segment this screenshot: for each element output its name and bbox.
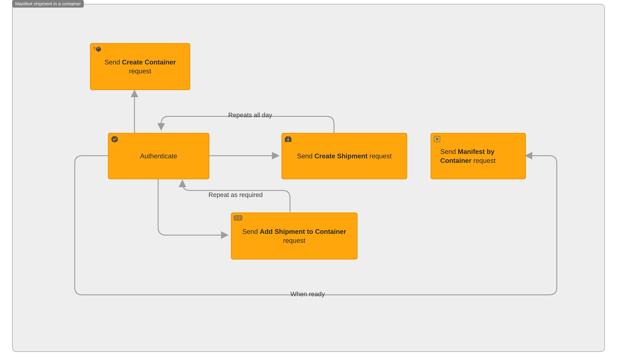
node-add-shipment: Send Add Shipment to Container request: [231, 212, 357, 260]
node-create-shipment-label: Send Create Shipment request: [297, 152, 392, 160]
diagram-frame: Repeats all day Repeat as required When …: [12, 4, 605, 352]
edge-label-repeat-as-required: Repeat as required: [208, 191, 263, 198]
edge-auth-to-addshipment: [158, 179, 228, 235]
edge-label-repeats-all-day: Repeats all day: [228, 111, 272, 119]
edge-repeats-all-day: [161, 116, 334, 133]
node-add-shipment-label: Send Add Shipment to Container request: [238, 227, 350, 245]
diagram-title-tab: Manifest shipment in a container: [12, 0, 84, 8]
node-manifest: Send Manifest by Container request: [431, 133, 526, 179]
edge-label-when-ready: When ready: [290, 290, 325, 298]
node-create-shipment: Send Create Shipment request: [281, 133, 407, 179]
node-create-container-label: Send Create Container request: [97, 58, 183, 76]
node-authenticate-label: Authenticate: [140, 152, 177, 160]
node-manifest-label: Send Manifest by Container request: [440, 147, 519, 165]
diagram-title: Manifest shipment in a container: [15, 1, 81, 6]
node-authenticate: Authenticate: [108, 133, 209, 179]
node-create-container: Send Create Container request: [90, 43, 190, 90]
